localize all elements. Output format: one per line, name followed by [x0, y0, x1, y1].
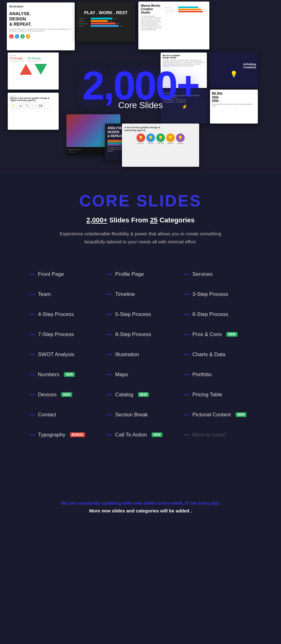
- dash-icon: —: [29, 391, 35, 398]
- more-text: More new slides and categories will be a…: [25, 508, 256, 513]
- new-badge: NEW: [152, 432, 162, 437]
- list-item: — 6-Step Process: [179, 304, 256, 324]
- new-badge: NEW: [61, 392, 72, 397]
- description: Experience unbelievable flexibility & po…: [45, 230, 236, 246]
- slide-thumb-3: Warna WorksCreative Studio Our team of s…: [138, 2, 209, 49]
- dash-icon: —: [29, 271, 35, 277]
- dash-icon: —: [29, 331, 35, 338]
- list-item: — Team: [25, 284, 102, 304]
- new-badge: NEW: [236, 412, 246, 417]
- dash-icon: —: [184, 271, 189, 277]
- slides-count: 2,000+ Slides From 25 Categories: [25, 216, 256, 224]
- list-item: — Devices NEW: [25, 385, 102, 405]
- list-item: — Front Page: [25, 264, 102, 284]
- dash-icon: —: [184, 411, 189, 418]
- list-item: — Pricing Table: [179, 385, 256, 405]
- dash-icon: —: [107, 311, 112, 318]
- collage-section: illustration ANALYSE.DESIGN.& REPEAT. We…: [0, 0, 281, 173]
- new-badge: NEW: [138, 392, 149, 397]
- list-item: — Illustration: [102, 344, 179, 364]
- slide-thumb-12: A full service graphic design & marketin…: [122, 124, 199, 167]
- list-item: — More to come!: [179, 425, 256, 445]
- new-badge: NEW: [64, 372, 75, 377]
- slide-thumb-8: illustration The Struggle Some descripti…: [8, 53, 59, 90]
- dash-icon: —: [29, 371, 35, 378]
- section-title: CORE SLIDES: [25, 192, 256, 210]
- list-item: — Services: [179, 264, 256, 284]
- list-item: — Portfolio: [179, 364, 256, 385]
- dash-icon: —: [184, 391, 189, 398]
- list-item: — 4-Step Process: [25, 304, 102, 324]
- list-item: — 7-Step Process: [25, 324, 102, 344]
- list-item: — Charts & Data: [179, 344, 256, 364]
- dash-icon: —: [184, 331, 189, 338]
- list-item: — SWOT Analysis: [25, 344, 102, 364]
- slide-thumb-9: illustration Warna. A full service graph…: [8, 93, 59, 130]
- list-item: — Profile Page: [102, 264, 179, 284]
- dash-icon: —: [184, 351, 189, 358]
- list-item: — Section Break: [102, 405, 179, 425]
- list-item: — Call To Action NEW: [102, 425, 179, 445]
- dash-icon: —: [184, 291, 189, 297]
- bonus-badge: BONUS: [70, 432, 85, 437]
- slide-thumb-5: UnfoldingCreativity 💡: [210, 53, 258, 88]
- big-number: 2,000+: [82, 65, 199, 106]
- list-item: — Catalog NEW: [102, 385, 179, 405]
- dash-icon: —: [107, 411, 112, 418]
- dash-icon: —: [184, 431, 189, 438]
- dash-icon: —: [107, 371, 112, 378]
- update-text: We are constantly updating with new slid…: [25, 500, 256, 506]
- list-item: — Pros & Cons NEW: [179, 324, 256, 344]
- dash-icon: —: [107, 431, 112, 438]
- slide-thumb-7: 80.5% 300k 200k Some descriptive text ab…: [210, 90, 258, 124]
- slide-thumb-1: illustration ANALYSE.DESIGN.& REPEAT. We…: [7, 2, 75, 50]
- dash-icon: —: [107, 271, 112, 277]
- list-item: — 3-Step Process: [179, 284, 256, 304]
- dash-icon: —: [29, 351, 35, 358]
- list-item: — Timeline: [102, 284, 179, 304]
- dash-icon: —: [107, 351, 112, 358]
- grid-list: — Front Page — Profile Page — Services —…: [25, 264, 256, 445]
- list-item: — 5-Step Process: [102, 304, 179, 324]
- list-item: — Typography BONUS: [25, 425, 102, 445]
- dash-icon: —: [107, 391, 112, 398]
- dash-icon: —: [29, 311, 35, 318]
- list-item: — Contact: [25, 405, 102, 425]
- new-badge: NEW: [226, 332, 237, 337]
- footer-note: We are constantly updating with new slid…: [0, 488, 281, 532]
- content-section: CORE SLIDES 2,000+ Slides From 25 Catego…: [0, 173, 281, 488]
- dash-icon: —: [29, 291, 35, 297]
- list-item: — 8-Step Process: [102, 324, 179, 344]
- core-slides-label: Core Slides: [118, 100, 163, 110]
- dash-icon: —: [184, 311, 189, 318]
- dash-icon: —: [107, 291, 112, 297]
- dash-icon: —: [29, 431, 35, 438]
- list-item: — Maps: [102, 364, 179, 385]
- list-item: — Pictorial Content NEW: [179, 405, 256, 425]
- slide-thumb-2: PLAY . WORK . REST Designing 40% Marketi…: [77, 2, 135, 42]
- dash-icon: —: [29, 411, 35, 418]
- dash-icon: —: [184, 371, 189, 378]
- dash-icon: —: [107, 331, 112, 338]
- list-item: — Numbers NEW: [25, 364, 102, 385]
